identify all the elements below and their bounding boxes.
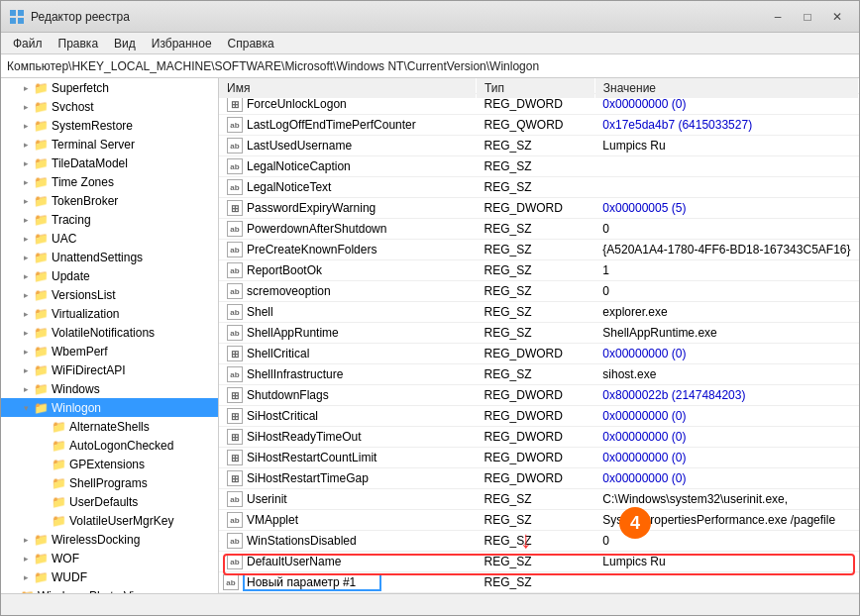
table-row[interactable]: ⊞ShutdownFlagsREG_DWORD0x8000022b (21474… <box>219 385 859 406</box>
expand-icon[interactable]: ▸ <box>19 271 33 281</box>
table-row[interactable]: abVMAppletREG_SZSystemPropertiesPerforma… <box>219 510 859 531</box>
table-row[interactable]: abLastUsedUsernameREG_SZLumpics Ru <box>219 136 859 156</box>
expand-icon[interactable]: ▸ <box>19 365 33 375</box>
table-row[interactable]: abLegalNoticeTextREG_SZ <box>219 177 859 198</box>
sidebar-item-winlogon[interactable]: ▾📁Winlogon <box>1 398 218 417</box>
expand-icon[interactable]: ▸ <box>19 535 33 545</box>
menu-item-избранное[interactable]: Избранное <box>144 35 220 51</box>
table-row[interactable]: abReportBootOkREG_SZ1 <box>219 260 859 281</box>
table-row[interactable]: ⊞PasswordExpiryWarningREG_DWORD0x0000000… <box>219 198 859 219</box>
sidebar-item-svchost[interactable]: ▸📁Svchost <box>1 97 218 116</box>
editing-name-cell[interactable]: ab <box>219 572 477 593</box>
sidebar-item-tiledatamodel[interactable]: ▸📁TileDataModel <box>1 154 218 172</box>
close-button[interactable]: ✕ <box>823 7 851 27</box>
sidebar-item-uac[interactable]: ▸📁UAC <box>1 229 218 248</box>
expand-icon[interactable]: ▸ <box>19 328 33 338</box>
row-type: REG_SZ <box>477 219 595 240</box>
table-row[interactable]: ⊞SiHostRestartTimeGapREG_DWORD0x00000000… <box>219 468 859 489</box>
menu-bar: ФайлПравкаВидИзбранноеСправка <box>1 33 859 54</box>
expand-icon[interactable]: ▸ <box>19 83 33 93</box>
expand-icon[interactable]: ▸ <box>19 102 33 112</box>
expand-icon[interactable]: ▸ <box>19 196 33 206</box>
menu-item-правка[interactable]: Правка <box>51 35 107 51</box>
table-row[interactable]: ⊞SiHostRestartCountLimitREG_DWORD0x00000… <box>219 448 859 468</box>
sidebar-item-volatilenotifications[interactable]: ▸📁VolatileNotifications <box>1 323 218 342</box>
expand-icon[interactable]: ▸ <box>19 384 33 394</box>
table-row[interactable]: abPowerdownAfterShutdownREG_SZ0 <box>219 219 859 240</box>
registry-table[interactable]: Имя Тип Значение ⊞EnableSIHostIntegratio… <box>219 78 859 593</box>
expand-icon[interactable]: ▾ <box>19 403 33 413</box>
sidebar-item-wirelessdocking[interactable]: ▸📁WirelessDocking <box>1 530 218 549</box>
table-row[interactable]: abscremoveoptionREG_SZ0 <box>219 281 859 302</box>
table-row[interactable]: ⊞ShellCriticalREG_DWORD0x00000000 (0) <box>219 344 859 364</box>
table-row[interactable]: abWinStationsDisabledREG_SZ0 <box>219 531 859 552</box>
expand-icon[interactable]: ▸ <box>19 554 33 564</box>
expand-icon[interactable]: ▸ <box>19 347 33 357</box>
editing-type: REG_SZ <box>477 572 595 593</box>
sidebar-item-shellprograms[interactable]: 📁ShellPrograms <box>1 473 218 492</box>
new-parameter-input[interactable] <box>243 573 381 591</box>
sidebar-item-systemrestore[interactable]: ▸📁SystemRestore <box>1 116 218 135</box>
sidebar-item-wbemperf[interactable]: ▸📁WbemPerf <box>1 342 218 360</box>
window-title: Редактор реестра <box>31 10 130 24</box>
type-icon: ab <box>227 366 243 382</box>
sidebar-item-unattendsettings[interactable]: ▸📁UnattendSettings <box>1 248 218 266</box>
maximize-button[interactable]: □ <box>794 7 821 27</box>
tree-label: AlternateShells <box>69 420 150 434</box>
row-type: REG_DWORD <box>477 427 595 448</box>
sidebar-item-superfetch[interactable]: ▸📁Superfetch <box>1 78 218 97</box>
sidebar-item-versionslist[interactable]: ▸📁VersionsList <box>1 285 218 304</box>
expand-icon[interactable]: ▸ <box>19 253 33 262</box>
expand-icon[interactable]: ▸ <box>19 290 33 300</box>
sidebar-item-volatileusermgrkey[interactable]: 📁VolatileUserMgrKey <box>1 511 218 530</box>
menu-item-вид[interactable]: Вид <box>106 35 144 51</box>
sidebar-item-windows[interactable]: ▸📁Windows <box>1 379 218 398</box>
sidebar-item-windows-photo-viewer[interactable]: ▸📁Windows Photo Viewer <box>1 586 218 593</box>
row-value: Lumpics Ru <box>594 552 858 572</box>
table-row[interactable]: abUserinitREG_SZC:\Windows\system32\user… <box>219 489 859 510</box>
title-bar: Редактор реестра – □ ✕ <box>1 1 859 33</box>
row-value: 0x00000000 (0) <box>594 344 858 364</box>
expand-icon[interactable]: ▸ <box>19 309 33 319</box>
menu-item-справка[interactable]: Справка <box>220 35 282 51</box>
sidebar-item-gpextensions[interactable]: 📁GPExtensions <box>1 455 218 473</box>
sidebar-item-terminal-server[interactable]: ▸📁Terminal Server <box>1 135 218 154</box>
menu-item-файл[interactable]: Файл <box>5 35 51 51</box>
row-value: 1 <box>594 260 858 281</box>
expand-icon[interactable]: ▸ <box>19 215 33 225</box>
table-row[interactable]: ⊞SiHostCriticalREG_DWORD0x00000000 (0) <box>219 406 859 427</box>
sidebar-item-update[interactable]: ▸📁Update <box>1 266 218 285</box>
sidebar-item-autologonchecked[interactable]: 📁AutoLogonChecked <box>1 436 218 455</box>
sidebar-item-wof[interactable]: ▸📁WOF <box>1 549 218 567</box>
expand-icon[interactable]: ▸ <box>19 158 33 168</box>
editing-row[interactable]: abREG_SZ <box>219 572 859 593</box>
tree-label: Superfetch <box>52 81 109 95</box>
minimize-button[interactable]: – <box>764 7 792 27</box>
main-window: Редактор реестра – □ ✕ ФайлПравкаВидИзбр… <box>0 0 860 616</box>
breadcrumb: Компьютер\HKEY_LOCAL_MACHINE\SOFTWARE\Mi… <box>1 54 859 78</box>
sidebar-item-time-zones[interactable]: ▸📁Time Zones <box>1 172 218 191</box>
expand-icon[interactable]: ▸ <box>19 177 33 187</box>
expand-icon[interactable]: ▸ <box>19 121 33 131</box>
table-row[interactable]: abShellInfrastructureREG_SZsihost.exe <box>219 364 859 385</box>
row-type: REG_SZ <box>477 510 595 531</box>
table-row[interactable]: abLastLogOffEndTimePerfCounterREG_QWORD0… <box>219 115 859 136</box>
table-row[interactable]: ⊞SiHostReadyTimeOutREG_DWORD0x00000000 (… <box>219 427 859 448</box>
expand-icon[interactable]: ▸ <box>19 140 33 150</box>
sidebar-item-alternateshells[interactable]: 📁AlternateShells <box>1 417 218 436</box>
table-row[interactable]: abShellAppRuntimeREG_SZShellAppRuntime.e… <box>219 323 859 344</box>
sidebar-item-tracing[interactable]: ▸📁Tracing <box>1 210 218 229</box>
table-row[interactable]: abDefaultUserNameREG_SZLumpics Ru <box>219 552 859 572</box>
table-row[interactable]: abShellREG_SZexplorer.exe <box>219 302 859 323</box>
sidebar-item-virtualization[interactable]: ▸📁Virtualization <box>1 304 218 323</box>
expand-icon[interactable]: ▸ <box>19 234 33 244</box>
row-value <box>594 177 858 198</box>
tree-label: WOF <box>52 552 79 565</box>
table-row[interactable]: abPreCreateKnownFoldersREG_SZ{A520A1A4-1… <box>219 240 859 260</box>
sidebar-item-tokenbroker[interactable]: ▸📁TokenBroker <box>1 191 218 210</box>
sidebar-item-wifidirectapi[interactable]: ▸📁WiFiDirectAPI <box>1 360 218 379</box>
expand-icon[interactable]: ▸ <box>19 572 33 582</box>
sidebar-item-wudf[interactable]: ▸📁WUDF <box>1 567 218 586</box>
table-row[interactable]: abLegalNoticeCaptionREG_SZ <box>219 156 859 177</box>
sidebar-item-userdefaults[interactable]: 📁UserDefaults <box>1 492 218 511</box>
